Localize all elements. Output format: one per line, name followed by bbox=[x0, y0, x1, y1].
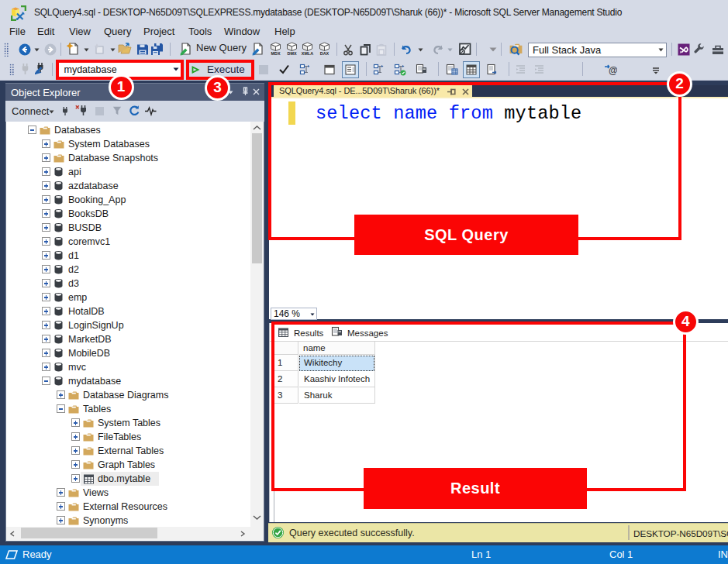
svg-text:XMLA: XMLA bbox=[302, 51, 313, 56]
svg-text:DAX: DAX bbox=[320, 51, 329, 56]
svg-text:MDX: MDX bbox=[271, 51, 281, 56]
svg-text:DMX: DMX bbox=[288, 51, 297, 56]
svg-text:@: @ bbox=[609, 65, 617, 76]
